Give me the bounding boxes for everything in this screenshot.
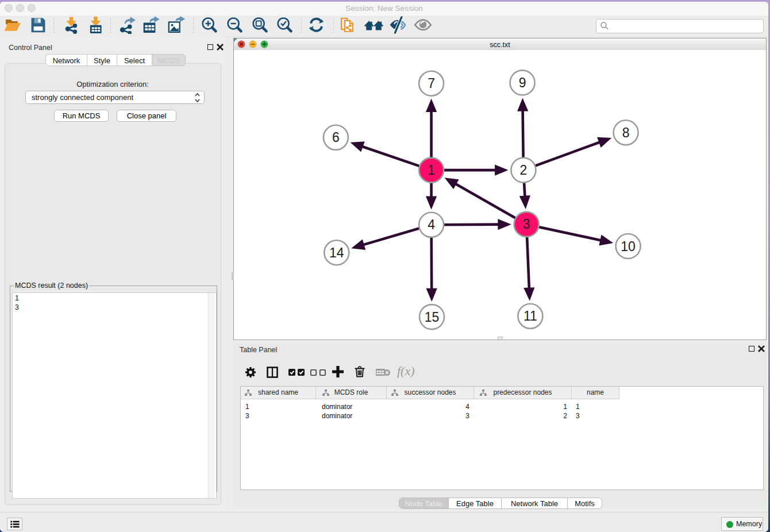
- svg-text:8: 8: [622, 125, 630, 140]
- svg-text:6: 6: [332, 130, 340, 145]
- svg-text:9: 9: [519, 75, 526, 90]
- svg-text:10: 10: [621, 239, 636, 254]
- svg-text:1: 1: [428, 163, 435, 178]
- svg-text:11: 11: [523, 309, 537, 323]
- svg-text:7: 7: [428, 76, 435, 91]
- svg-text:14: 14: [329, 245, 344, 260]
- svg-text:3: 3: [523, 217, 530, 232]
- svg-text:4: 4: [428, 217, 435, 232]
- svg-text:2: 2: [520, 163, 528, 178]
- svg-text:15: 15: [425, 310, 440, 325]
